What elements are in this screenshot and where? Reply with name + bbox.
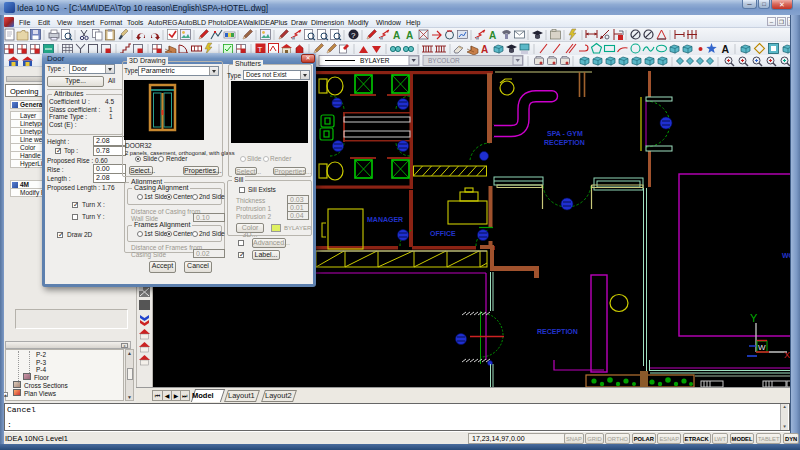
svg-text:?: ? <box>351 31 356 40</box>
svg-text:MANAGER: MANAGER <box>367 216 403 223</box>
svg-text:RECEPTION: RECEPTION <box>537 328 578 335</box>
svg-text:BYLAYER: BYLAYER <box>360 57 390 64</box>
svg-text:W: W <box>758 343 766 352</box>
svg-text:Y: Y <box>750 312 758 324</box>
svg-text:A: A <box>722 43 730 55</box>
svg-text:BYCOLOR: BYCOLOR <box>428 57 460 64</box>
svg-text:SPA - GYM: SPA - GYM <box>547 130 583 137</box>
svg-text:A: A <box>489 30 496 41</box>
svg-text:OFFICE: OFFICE <box>430 230 456 237</box>
svg-text:A: A <box>393 30 400 41</box>
svg-text:A: A <box>481 44 488 55</box>
svg-text:A: A <box>406 30 413 41</box>
svg-text:WC: WC <box>782 252 790 259</box>
svg-text:RECEPTION: RECEPTION <box>544 139 585 146</box>
